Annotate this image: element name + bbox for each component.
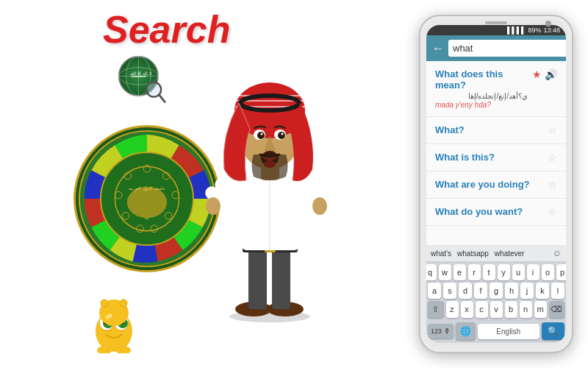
key-row-1: q w e r t y u i o p [428, 264, 564, 280]
result-content: What? [435, 124, 543, 135]
phone-camera [545, 21, 551, 26]
emoji-button[interactable]: ☺ [553, 248, 562, 258]
star-icon[interactable]: ☆ [548, 206, 557, 218]
key-n[interactable]: n [520, 301, 532, 318]
key-d[interactable]: d [459, 283, 472, 299]
star-icon[interactable]: ☆ [548, 124, 557, 136]
key-a[interactable]: a [428, 283, 441, 299]
phone-search-bar[interactable]: ← ✕ [426, 35, 566, 61]
keyboard-rows: q w e r t y u i o p a s d [426, 262, 566, 322]
star-icon[interactable]: ★ [532, 68, 542, 80]
key-row-2: a s d f g h j k l [428, 283, 564, 299]
phone-speaker [485, 21, 507, 24]
result-title: What do you want? [435, 206, 543, 217]
key-m[interactable]: m [534, 301, 547, 318]
mascot-character [198, 40, 345, 335]
phone-mockup: ▌▌▌▌ 89% 13:48 ← ✕ What does this mean? … [419, 15, 573, 353]
result-title: What? [435, 124, 543, 135]
page-title: Search [103, 7, 230, 52]
svg-rect-30 [272, 247, 290, 309]
key-z[interactable]: z [446, 301, 459, 318]
result-item[interactable]: What does this mean? ي؟أهد/إنغ/إنجلده/إه… [426, 61, 566, 117]
svg-rect-29 [248, 247, 267, 309]
star-icon[interactable]: ☆ [548, 179, 557, 191]
key-w[interactable]: w [439, 264, 451, 280]
key-t[interactable]: t [483, 264, 495, 280]
battery-text: 89% [528, 26, 541, 34]
result-item[interactable]: What do you want? ☆ [426, 199, 566, 226]
svg-point-9 [148, 83, 160, 96]
result-item[interactable]: What are you doing? ☆ [426, 171, 566, 199]
key-search[interactable]: 🔍 [542, 322, 564, 340]
key-g[interactable]: g [490, 283, 503, 299]
status-bar: ▌▌▌▌ 89% 13:48 [426, 25, 566, 35]
key-l[interactable]: l [551, 283, 564, 299]
audio-icon[interactable]: 🔊 [545, 68, 557, 80]
results-list: What does this mean? ي؟أهد/إنغ/إنجلده/إه… [426, 61, 566, 245]
result-transliteration: mada y'eny hda? [435, 101, 528, 109]
creature-mascot [88, 294, 140, 353]
svg-text:لا إله إلا الله: لا إله إلا الله [130, 71, 151, 77]
key-k[interactable]: k [536, 283, 549, 299]
key-space[interactable]: English [478, 324, 539, 339]
signal-icon: ▌▌▌▌ [507, 26, 526, 34]
key-o[interactable]: o [542, 264, 554, 280]
key-y[interactable]: y [498, 264, 510, 280]
key-row-3: ⇧ z x c v b n m ⌫ [428, 301, 564, 318]
svg-text:جامعة الدول العربية: جامعة الدول العربية [129, 186, 165, 191]
key-q[interactable]: q [426, 264, 437, 280]
svg-point-37 [206, 197, 220, 215]
result-content: What do you want? [435, 206, 543, 217]
star-icon[interactable]: ☆ [548, 152, 557, 163]
key-v[interactable]: v [490, 301, 503, 318]
phone-screen: ▌▌▌▌ 89% 13:48 ← ✕ What does this mean? … [426, 25, 566, 343]
key-f[interactable]: f [474, 283, 487, 299]
key-c[interactable]: c [476, 301, 488, 318]
svg-point-49 [257, 132, 265, 139]
back-button[interactable]: ← [432, 42, 444, 55]
result-content: What does this mean? ي؟أهد/إنغ/إنجلده/إه… [435, 68, 528, 109]
svg-point-65 [101, 300, 108, 307]
suggest-whatever[interactable]: whatever [495, 250, 525, 258]
key-numeric[interactable]: 123 🎙 [428, 324, 453, 339]
globe-icon-area: لا إله إلا الله [114, 52, 180, 118]
svg-rect-7 [131, 76, 146, 77]
result-title: What does this mean? [435, 68, 528, 91]
key-shift[interactable]: ⇧ [428, 301, 444, 318]
result-arabic: ي؟أهد/إنغ/إنجلده/إها [435, 92, 528, 100]
keyboard-bottom-row: 123 🎙 🌐 English 🔍 [426, 322, 566, 343]
time-text: 13:48 [543, 26, 560, 34]
key-backspace[interactable]: ⌫ [549, 301, 565, 318]
keyboard-suggestions: what's whatsapp whatever ☺ [426, 245, 566, 262]
search-input[interactable] [448, 40, 566, 57]
suggest-whatsapp[interactable]: whatsapp [457, 250, 489, 258]
suggest-whats[interactable]: what's [431, 250, 451, 258]
key-r[interactable]: r [468, 264, 481, 280]
key-j[interactable]: j [520, 283, 534, 299]
svg-line-10 [159, 95, 165, 102]
result-item[interactable]: What? ☆ [426, 117, 566, 144]
key-s[interactable]: s [443, 283, 456, 299]
result-content: What is this? [435, 152, 543, 163]
key-globe[interactable]: 🌐 [456, 322, 476, 340]
svg-point-51 [261, 133, 263, 135]
key-h[interactable]: h [505, 283, 518, 299]
svg-text:٢٢: ٢٢ [145, 217, 149, 221]
key-p[interactable]: p [556, 264, 567, 280]
svg-point-66 [120, 300, 127, 307]
result-title: What is this? [435, 152, 543, 163]
key-e[interactable]: e [453, 264, 466, 280]
svg-point-50 [278, 132, 285, 139]
key-b[interactable]: b [505, 301, 517, 318]
svg-point-23 [127, 187, 167, 219]
key-u[interactable]: u [512, 264, 525, 280]
svg-point-52 [282, 133, 284, 135]
key-x[interactable]: x [461, 301, 473, 318]
svg-rect-33 [241, 177, 300, 250]
result-content: What are you doing? [435, 179, 543, 190]
keyboard-area: what's whatsapp whatever ☺ q w e r t y u [426, 245, 566, 343]
result-item[interactable]: What is this? ☆ [426, 144, 566, 171]
svg-point-39 [312, 197, 327, 215]
key-i[interactable]: i [527, 264, 539, 280]
result-title: What are you doing? [435, 179, 543, 190]
